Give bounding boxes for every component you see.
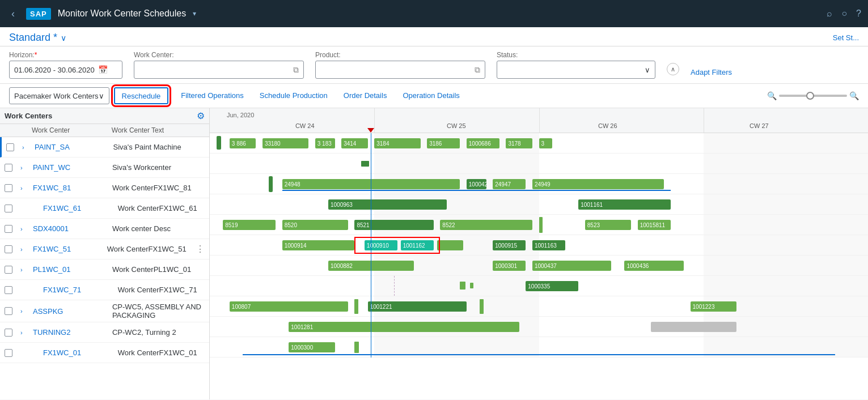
gantt-bar[interactable]: 1000686 xyxy=(467,138,499,148)
more-icon-FX1WC_51[interactable]: ⋮ xyxy=(196,244,205,254)
expand-icon-SDX40001[interactable]: › xyxy=(20,225,29,232)
gantt-bar-gray[interactable] xyxy=(651,322,736,332)
expand-icon-PAINT_WC[interactable]: › xyxy=(20,164,29,171)
row-checkbox-ASSPKG[interactable] xyxy=(5,307,12,315)
gantt-bar-teal[interactable]: 1001162 xyxy=(401,240,434,250)
gantt-bar[interactable]: 3414 xyxy=(341,138,367,148)
gantt-bar[interactable]: 24947 xyxy=(493,179,526,189)
gantt-bar[interactable]: 1001221 xyxy=(368,301,467,312)
tab-schedule-production[interactable]: Schedule Production xyxy=(252,88,336,104)
work-center-name-FX1WC_71[interactable]: FX1WC_71 xyxy=(32,286,116,294)
title-dropdown-icon[interactable]: ▾ xyxy=(193,10,196,18)
gantt-bar[interactable]: 3178 xyxy=(506,138,532,148)
zoom-slider[interactable] xyxy=(779,95,847,97)
row-checkbox-PL1WC_01[interactable] xyxy=(5,266,12,274)
pacemaker-dropdown[interactable]: Pacemaker Work Centers ∨ xyxy=(9,87,109,104)
workcenter-input[interactable]: ⧉ xyxy=(134,61,304,79)
gantt-bar[interactable]: 8523 xyxy=(585,220,631,230)
list-item: › FX1WC_81 Work CenterFX1WC_81 xyxy=(0,178,209,198)
gantt-small-marker xyxy=(354,342,359,353)
gantt-bar[interactable]: 1001223 xyxy=(691,301,736,312)
gantt-bar[interactable]: 8519 xyxy=(223,220,276,230)
gantt-bar[interactable]: 8520 xyxy=(282,220,348,230)
tab-order-details[interactable]: Order Details xyxy=(336,88,395,104)
gantt-bar[interactable]: 3 xyxy=(539,138,552,148)
gantt-bar[interactable]: 1000963 xyxy=(328,199,447,210)
gantt-small-marker xyxy=(480,299,484,314)
gantt-bar[interactable]: 3186 xyxy=(427,138,460,148)
adapt-filters-button[interactable]: Adapt Filters xyxy=(691,68,732,76)
work-center-name-PAINT_WC[interactable]: PAINT_WC xyxy=(32,163,110,172)
gantt-bar[interactable]: 100807 xyxy=(230,301,348,312)
gantt-bar-teal[interactable]: 1000910 xyxy=(365,240,397,250)
work-center-name-ASSPKG[interactable]: ASSPKG xyxy=(32,307,110,316)
work-center-name-SDX40001[interactable]: SDX40001 xyxy=(32,224,110,233)
expand-icon-FX1WC_81[interactable]: › xyxy=(20,185,29,192)
gantt-bar[interactable]: 8521 xyxy=(354,220,433,230)
gantt-bar[interactable]: 3 886 xyxy=(230,138,256,148)
list-item: › FX1WC_71 Work CenterFX1WC_71 xyxy=(0,280,209,300)
horizon-input[interactable]: 01.06.2020 - 30.06.2020 📅 xyxy=(9,61,122,79)
gantt-bar[interactable]: 33180 xyxy=(262,138,308,148)
row-checkbox-PAINT_WC[interactable] xyxy=(5,164,12,172)
collapse-filters-button[interactable]: ∧ xyxy=(667,63,679,75)
row-checkbox-PAINT_SA[interactable] xyxy=(6,143,14,151)
tab-filtered-operations[interactable]: Filtered Operations xyxy=(173,88,252,104)
gantt-bar[interactable]: 1001163 xyxy=(532,240,565,250)
work-center-name-TURNING2[interactable]: TURNING2 xyxy=(32,328,110,337)
gantt-bar[interactable]: 1001281 xyxy=(289,322,519,332)
search-icon[interactable]: ⌕ xyxy=(827,8,832,19)
gantt-row-ASSPKG: 100807 1001221 1001223 xyxy=(210,296,868,317)
work-center-name-FX1WC_81[interactable]: FX1WC_81 xyxy=(32,184,110,192)
row-checkbox-FX1WC_71[interactable] xyxy=(5,286,12,294)
gantt-bar[interactable]: 3184 xyxy=(374,138,420,148)
work-center-name-PL1WC_01[interactable]: PL1WC_01 xyxy=(32,265,110,274)
row-checkbox-FX1WC_51[interactable] xyxy=(5,245,12,253)
gantt-small-marker xyxy=(269,176,273,192)
expand-icon-ASSPKG[interactable]: › xyxy=(20,308,29,314)
work-centers-settings-icon[interactable]: ⚙ xyxy=(197,110,205,121)
zoom-thumb[interactable] xyxy=(806,92,814,100)
gantt-bar[interactable]: 1000335 xyxy=(526,281,578,291)
row-checkbox-SDX40001[interactable] xyxy=(5,225,12,233)
zoom-in-icon[interactable]: 🔍 xyxy=(849,91,859,100)
row-checkbox-FX1WC_81[interactable] xyxy=(5,184,12,192)
gantt-bar[interactable]: 1000436 xyxy=(624,261,683,271)
gantt-dashed-marker xyxy=(394,276,395,296)
row-checkbox-TURNING2[interactable] xyxy=(5,329,12,337)
gantt-bar[interactable]: 1000424 xyxy=(467,179,486,189)
expand-icon-PL1WC_01[interactable]: › xyxy=(20,266,29,273)
gantt-bar[interactable]: 1000301 xyxy=(493,261,526,271)
row-checkbox-FX1WC_01[interactable] xyxy=(5,349,12,357)
expand-icon-FX1WC_51[interactable]: › xyxy=(20,246,29,253)
set-standard-button[interactable]: Set St... xyxy=(833,33,859,42)
gantt-bar[interactable]: 1000437 xyxy=(532,261,611,271)
status-dropdown[interactable]: ∨ xyxy=(497,61,655,79)
work-center-name-FX1WC_51[interactable]: FX1WC_51 xyxy=(32,245,105,253)
reschedule-button[interactable]: Reschedule xyxy=(114,87,169,104)
work-center-text-FX1WC_01: Work CenterFX1WC_01 xyxy=(118,348,205,357)
gantt-bar[interactable]: 1000300 xyxy=(289,342,335,352)
gantt-bar[interactable] xyxy=(437,240,463,250)
expand-icon-TURNING2[interactable]: › xyxy=(20,329,29,336)
zoom-out-icon[interactable]: 🔍 xyxy=(767,91,777,100)
help-icon[interactable]: ? xyxy=(856,8,861,19)
gantt-bar[interactable]: 10015811 xyxy=(638,220,671,230)
back-button[interactable]: ‹ xyxy=(7,6,19,22)
gantt-bar[interactable]: 3 183 xyxy=(315,138,335,148)
expand-icon-PAINT_SA[interactable]: › xyxy=(22,144,31,151)
gantt-bar[interactable]: 24949 xyxy=(532,179,664,189)
gantt-bar[interactable]: 1000914 xyxy=(282,240,355,250)
tab-operation-details[interactable]: Operation Details xyxy=(395,88,467,104)
gantt-bar[interactable]: 8522 xyxy=(440,220,532,230)
gantt-bar[interactable]: 1001161 xyxy=(578,199,671,210)
work-center-name-FX1WC_01[interactable]: FX1WC_01 xyxy=(32,348,116,357)
product-input[interactable]: ⧉ xyxy=(315,61,485,79)
work-center-text-PAINT_SA: Siva's Paint Machine xyxy=(113,143,205,151)
view-title[interactable]: Standard * ∨ xyxy=(9,32,66,44)
user-icon[interactable]: ○ xyxy=(841,8,847,19)
work-center-name-FX1WC_61[interactable]: FX1WC_61 xyxy=(32,204,116,212)
gantt-bar[interactable]: 1000915 xyxy=(493,240,526,250)
row-checkbox-FX1WC_61[interactable] xyxy=(5,205,12,212)
work-center-name-PAINT_SA[interactable]: PAINT_SA xyxy=(33,143,111,151)
